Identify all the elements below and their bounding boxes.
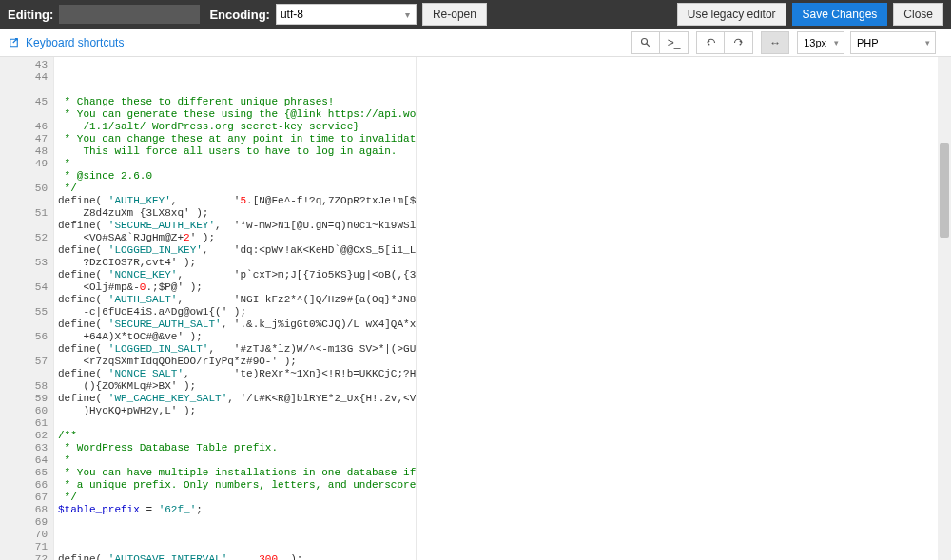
language-select[interactable]: PHP: [850, 31, 936, 54]
encoding-label: Encoding:: [209, 8, 270, 22]
code-line[interactable]: * You can have multiple installations in…: [58, 467, 416, 479]
code-line[interactable]: ?DzCIOS7R,cvt4' );: [58, 257, 416, 269]
code-line[interactable]: define( 'SECURE_AUTH_SALT', '.&.k_j%igGt…: [58, 319, 416, 331]
code-line[interactable]: [58, 516, 416, 529]
code-line[interactable]: * a unique prefix. Only numbers, letters…: [58, 479, 416, 492]
editor-toolbar: >_ ↔ 13px PHP: [631, 31, 941, 54]
save-changes-button[interactable]: Save Changes: [792, 3, 888, 26]
code-line[interactable]: define( 'AUTOSAVE_INTERVAL', 300 );: [58, 553, 416, 560]
encoding-value: utf-8: [281, 8, 303, 21]
code-line[interactable]: define( 'AUTH_SALT', 'NGI kFz2*^(]Q/Hz9#…: [58, 294, 416, 306]
code-line[interactable]: <Olj#mp&-0.;$P@' );: [58, 281, 416, 294]
terminal-icon: >_: [668, 36, 681, 49]
code-line[interactable]: +64A)X*tOC#@&ve' );: [58, 331, 416, 343]
code-editor[interactable]: 4344454647484950515253545556575859606162…: [0, 57, 951, 560]
scrollbar-thumb[interactable]: [940, 143, 949, 238]
code-line[interactable]: <r7zqSXmfIdqQOhEOO/rIyPq*z#9O-' );: [58, 356, 416, 368]
code-line[interactable]: *: [58, 454, 416, 467]
encoding-select[interactable]: utf-8: [276, 4, 417, 25]
code-content[interactable]: * Change these to different unique phras…: [54, 57, 416, 560]
terminal-button[interactable]: >_: [660, 31, 689, 54]
keyboard-shortcuts-link[interactable]: Keyboard shortcuts: [10, 36, 124, 49]
svg-point-0: [642, 38, 648, 44]
code-line[interactable]: [58, 417, 416, 430]
code-line[interactable]: define( 'NONCE_KEY', 'p`cxT>m;J[{7io5KS}…: [58, 269, 416, 281]
language-value: PHP: [857, 37, 879, 48]
search-button[interactable]: [631, 31, 660, 54]
undo-button[interactable]: [696, 31, 725, 54]
code-line[interactable]: * You can change these at any point in t…: [58, 133, 416, 145]
keyboard-shortcuts-label: Keyboard shortcuts: [26, 36, 124, 49]
code-line[interactable]: define( 'WP_CACHE_KEY_SALT', '/t#K<R@]bl…: [58, 393, 416, 405]
code-line[interactable]: )HyoKQ+pWH2y,L' );: [58, 405, 416, 417]
code-line[interactable]: define( 'AUTH_KEY', '5.[N@Fe^-f!?q,7ZOpR…: [58, 195, 416, 207]
code-line[interactable]: * @since 2.6.0: [58, 170, 416, 183]
redo-icon: [733, 37, 745, 48]
font-size-select[interactable]: 13px: [797, 31, 844, 54]
code-line[interactable]: /1.1/salt/ WordPress.org secret-key serv…: [58, 121, 416, 133]
search-icon: [640, 37, 651, 48]
code-line[interactable]: * WordPress Database Table prefix.: [58, 442, 416, 454]
code-line[interactable]: This will force all users to have to log…: [58, 145, 416, 158]
code-line[interactable]: define( 'SECURE_AUTH_KEY', '*w-mw>N1[@U.…: [58, 220, 416, 232]
code-line[interactable]: define( 'LOGGED_IN_SALT', '#zTJ&*lz)W/^<…: [58, 343, 416, 356]
wrap-toggle-button[interactable]: ↔: [761, 31, 789, 54]
code-line[interactable]: Z8d4zuXm {3LX8xq' );: [58, 207, 416, 220]
vertical-scrollbar[interactable]: [938, 57, 951, 560]
right-empty-panel: [417, 57, 951, 560]
sub-toolbar: Keyboard shortcuts >_ ↔ 13px PHP: [0, 29, 951, 57]
legacy-editor-button[interactable]: Use legacy editor: [677, 3, 786, 26]
top-bar: Editing: Encoding: utf-8 Re-open Use leg…: [0, 0, 951, 29]
close-button[interactable]: Close: [893, 3, 943, 26]
external-link-icon: [10, 37, 21, 48]
editing-filename-input[interactable]: [59, 5, 200, 24]
code-line[interactable]: * Change these to different unique phras…: [58, 96, 416, 108]
redo-button[interactable]: [725, 31, 753, 54]
undo-icon: [705, 37, 716, 48]
code-line[interactable]: define( 'LOGGED_IN_KEY', 'dq:<pWv!aK<KeH…: [58, 244, 416, 257]
editing-label: Editing:: [8, 8, 53, 22]
code-line[interactable]: * You can generate these using the {@lin…: [58, 108, 416, 121]
reopen-button[interactable]: Re-open: [422, 3, 487, 26]
code-line[interactable]: <VO#SA&`RJgHm@Z+2' );: [58, 232, 416, 244]
line-number-gutter: 4344454647484950515253545556575859606162…: [0, 57, 54, 560]
code-line[interactable]: [58, 541, 416, 553]
code-line[interactable]: */: [58, 492, 416, 504]
code-line[interactable]: define( 'NONCE_SALT', 'te)ReXr*~1Xn}<!R!…: [58, 368, 416, 380]
code-line[interactable]: /**: [58, 430, 416, 442]
code-line[interactable]: (){ZO%KMLq#>BX' );: [58, 380, 416, 393]
code-line[interactable]: $table_prefix = '62f_';: [58, 504, 416, 516]
code-line[interactable]: *: [58, 158, 416, 170]
code-line[interactable]: -c|6fUcE4iS.a^Dg@ow1{(' );: [58, 306, 416, 319]
font-size-value: 13px: [804, 37, 826, 48]
code-line[interactable]: [58, 529, 416, 541]
code-line[interactable]: */: [58, 183, 416, 195]
wrap-icon: ↔: [769, 36, 781, 49]
